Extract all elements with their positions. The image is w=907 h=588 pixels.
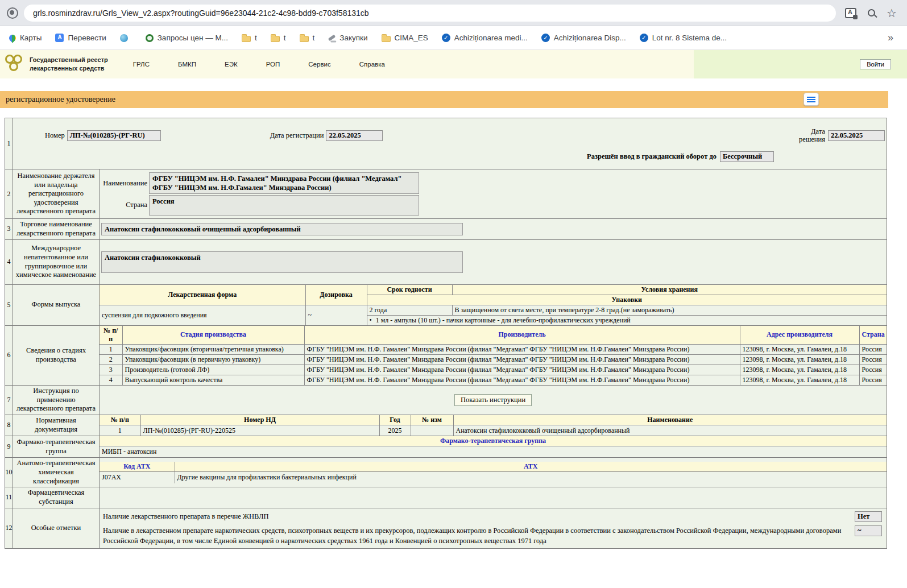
bookmark-folder-t2[interactable]: t (271, 34, 286, 42)
production-stages-table: № п/п Стадия производства Производитель … (100, 326, 887, 386)
number-label: Номер (45, 131, 65, 140)
bookmark-maps[interactable]: Карты (9, 34, 42, 42)
favorite-star-icon[interactable] (887, 7, 897, 19)
stage-row: 1 Упаковщик/фасовщик (вторичная/третична… (100, 344, 887, 354)
civil-circulation-field[interactable]: Бессрочный (720, 151, 774, 162)
row-number: 10 (5, 458, 13, 487)
site-nav: ГРЛС БМКП ЕЭК РОП Сервис Справка (133, 61, 385, 68)
row-number: 1 (5, 118, 13, 169)
nav-grls[interactable]: ГРЛС (133, 61, 150, 68)
stage-name: Упаковщик/фасовщик (в первичную упаковку… (122, 354, 304, 365)
decision-date-label: Дата решения (792, 127, 825, 144)
narcotics-field[interactable]: ~ (855, 525, 882, 536)
row-number: 7 (5, 386, 13, 415)
nav-service[interactable]: Сервис (308, 61, 330, 68)
bookmarks-bar: Карты Перевести Запросы цен — М... t t t (0, 26, 907, 50)
instructions-label: Инструкция по применению лекарственного … (13, 386, 100, 415)
number-field[interactable]: ЛП-№(010285)-(РГ-RU) (67, 130, 161, 141)
certificate-container: 1 Номер ЛП-№(010285)-(РГ-RU) Дата регист… (0, 108, 907, 549)
address-bar-icons (842, 7, 900, 19)
bookmark-translate[interactable]: Перевести (55, 34, 106, 42)
nav-eek[interactable]: ЕЭК (225, 61, 238, 68)
row-number: 2 (5, 169, 13, 219)
url-bar[interactable]: grls.rosminzdrav.ru/Grls_View_v2.aspx?ro… (24, 5, 836, 22)
dosage-value: ~ (305, 305, 367, 325)
bookmark-label: Закупки (339, 34, 367, 42)
bookmark-folder-t1[interactable]: t (242, 34, 257, 42)
zhnvlp-field[interactable]: Нет (855, 511, 882, 522)
row-number: 6 (5, 325, 13, 386)
registration-date-field[interactable]: 22.05.2025 (326, 130, 383, 141)
row-2-holder: 2 Наименование держателя или владельца р… (5, 169, 887, 219)
stage-address: 123098, г. Москва, ул. Гамалеи, д.18 (740, 365, 859, 375)
green-circle-icon (146, 34, 154, 42)
row-3-trade-name: 3 Торговое наименование лекарственного п… (5, 219, 887, 239)
pharm-group-label: Фармако-терапевтическая группа (13, 436, 100, 458)
holder-name-field[interactable]: ФГБУ "НИЦЭМ им. Н.Ф. Гамалеи" Минздрава … (149, 172, 419, 194)
bookmark-zakupki[interactable]: Закупки (328, 34, 367, 42)
bookmark-label: t (284, 34, 286, 42)
folder-icon (242, 36, 251, 42)
col-header-npp: № п/п (100, 326, 122, 345)
decision-date-field[interactable]: 22.05.2025 (828, 130, 885, 141)
bookmark-label: Запросы цен — М... (158, 34, 228, 42)
browser-chrome: grls.rosminzdrav.ru/Grls_View_v2.aspx?ro… (0, 0, 907, 50)
row-7-instructions: 7 Инструкция по применению лекарственног… (5, 386, 887, 415)
atc-name-value: Другие вакцины для профилактики бактериа… (175, 472, 887, 483)
doc-revision (411, 425, 453, 436)
site-header: Государственный реестр лекарственных сре… (0, 50, 907, 78)
site-info-icon[interactable] (7, 7, 18, 19)
holder-country-field[interactable]: Россия (149, 195, 419, 216)
package-text: 1 мл - ампулы (10 шт.) - пачки картонные… (376, 316, 631, 324)
maps-pin-icon (8, 33, 18, 43)
bookmark-price-requests[interactable]: Запросы цен — М... (146, 34, 228, 42)
doc-name: Анатоксин стафилококковый очищенный адсо… (453, 425, 887, 436)
stage-n: 4 (100, 375, 122, 385)
stage-name: Выпускающий контроль качества (122, 375, 304, 385)
pharm-group-header: Фармако-терапевтическая группа (100, 436, 887, 446)
grls-logo-icon[interactable] (5, 53, 28, 76)
holder-label: Наименование держателя или владельца рег… (13, 169, 100, 219)
stage-row: 4 Выпускающий контроль качества ФГБУ "НИ… (100, 375, 887, 385)
nav-bmkp[interactable]: БМКП (178, 61, 196, 68)
row-number: 5 (5, 284, 13, 325)
zoom-icon[interactable] (868, 9, 875, 16)
bookmark-unlabeled[interactable] (120, 34, 132, 42)
translate-icon (55, 34, 64, 42)
stage-country: Россия (859, 344, 887, 354)
release-forms-label: Формы выпуска (13, 284, 100, 325)
atc-code-value: J07AX (100, 472, 175, 483)
folder-icon (300, 36, 309, 42)
stage-name: Производитель (готовой ЛФ) (122, 365, 304, 375)
bullet-icon (370, 316, 376, 324)
inn-field[interactable]: Анатоксин стафилококковый (101, 251, 463, 273)
bookmark-lot-nr-8[interactable]: Lot nr. 8 Sistema de... (640, 34, 727, 42)
nav-rop[interactable]: РОП (266, 61, 280, 68)
row-12-special-notes: 12 Особые отметки Наличие лекарственного… (5, 508, 887, 549)
stage-manufacturer: ФГБУ "НИЦЭМ им. Н.Ф. Гамалеи" Минздрава … (304, 344, 740, 354)
nav-help[interactable]: Справка (359, 61, 385, 68)
trade-name-field[interactable]: Анатоксин стафилококковый очищенный адсо… (101, 223, 463, 235)
doc-n: 1 (100, 425, 140, 436)
list-view-button[interactable] (804, 93, 819, 106)
shelf-life-header: Срок годности (367, 285, 452, 295)
page-banner: регистрационное удостоверение (0, 91, 888, 108)
col-header-nd-number: Номер НД (140, 415, 379, 425)
stage-row: 3 Производитель (готовой ЛФ) ФГБУ "НИЦЭМ… (100, 365, 887, 375)
atc-label: Анатомо-терапевтическая химическая класс… (13, 458, 100, 487)
bookmark-achizitionarea-disp[interactable]: Achiziționarea Disp... (541, 34, 626, 42)
col-header-revision: № изм (411, 415, 453, 425)
civil-circulation-label: Разрешён ввод в гражданский оборот до (587, 152, 717, 161)
login-button[interactable]: Войти (860, 59, 891, 69)
bookmark-folder-t3[interactable]: t (300, 34, 315, 42)
bookmark-achizitionarea-medi[interactable]: Achiziționarea medi... (442, 34, 528, 42)
show-instructions-button[interactable]: Показать инструкции (454, 394, 532, 406)
bookmarks-overflow-chevron[interactable]: » (888, 32, 898, 44)
row-4-inn: 4 Международное непатентованное или груп… (5, 239, 887, 284)
bookmark-cima-es[interactable]: CIMA_ES (382, 34, 428, 42)
holder-country-label: Страна (100, 201, 147, 209)
translate-page-icon[interactable] (845, 8, 856, 18)
pharm-group-table: Фармако-терапевтическая группа МИБП - ан… (100, 436, 887, 458)
col-header-address: Адрес производителя (740, 326, 859, 345)
shelf-life-value: 2 года (367, 305, 452, 315)
